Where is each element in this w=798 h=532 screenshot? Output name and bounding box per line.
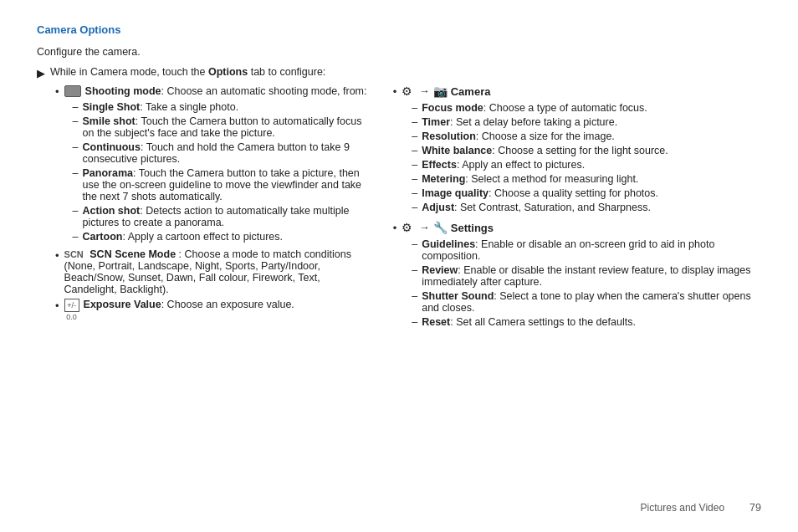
while-text: While in Camera mode, touch the Options …: [50, 66, 325, 78]
list-item: • Shooting mode : Choose an automatic sh…: [55, 84, 368, 245]
list-item: –Panorama: Touch the Camera button to ta…: [73, 167, 368, 202]
settings-camera-section: ⚙ → 📷 Camera –Focus mode: Choose a type …: [402, 84, 761, 216]
list-item: • ⚙ → 🔧 Settings –Guidelines: Enable or …: [393, 221, 761, 330]
settings-tool-icon: 🔧: [433, 221, 448, 234]
gear-icon-2: ⚙: [402, 221, 412, 234]
bullet-dot: •: [55, 85, 59, 98]
gear-icon: ⚙: [402, 84, 412, 98]
right-bullet-list: • ⚙ → 📷 Camera –Focus mode: Choose a typ…: [393, 84, 761, 330]
bullet-content: +/-0.0 Exposure Value: Choose an exposur…: [64, 299, 368, 312]
arrow-icon: →: [419, 85, 430, 97]
settings-camera-heading: ⚙ → 📷 Camera: [402, 84, 761, 98]
footer: Pictures and Video 79: [641, 502, 761, 514]
bullet-dot: •: [393, 85, 397, 98]
camera-sub-list: –Focus mode: Choose a type of automatic …: [412, 102, 761, 213]
left-bullet-list: • Shooting mode : Choose an automatic sh…: [55, 84, 368, 312]
main-content: • Shooting mode : Choose an automatic sh…: [37, 84, 761, 335]
list-item: –Review: Enable or disable the instant r…: [412, 264, 761, 288]
right-column: • ⚙ → 📷 Camera –Focus mode: Choose a typ…: [385, 84, 761, 335]
list-item: –Focus mode: Choose a type of automatic …: [412, 102, 761, 114]
bullet-content: Shooting mode : Choose an automatic shoo…: [64, 84, 368, 245]
list-item: –Reset: Set all Camera settings to the d…: [412, 316, 761, 328]
list-item: –Shutter Sound: Select a tone to play wh…: [412, 290, 761, 314]
settings-settings-heading: ⚙ → 🔧 Settings: [402, 221, 761, 234]
settings-settings-section: ⚙ → 🔧 Settings –Guidelines: Enable or di…: [402, 221, 761, 330]
left-column: • Shooting mode : Choose an automatic sh…: [37, 84, 385, 335]
shooting-mode-label: Shooting mode: [85, 85, 161, 97]
list-item: –Guidelines: Enable or disable an on-scr…: [412, 238, 761, 262]
list-item: –Single Shot: Take a single photo.: [73, 101, 368, 113]
settings-sub-list: –Guidelines: Enable or disable an on-scr…: [412, 238, 761, 328]
list-item: –Metering: Select a method for measuring…: [412, 173, 761, 185]
list-item: –Adjust: Set Contrast, Saturation, and S…: [412, 202, 761, 213]
bullet-dot: •: [393, 222, 397, 234]
list-item: –Cartoon: Apply a cartoon effect to pict…: [73, 231, 368, 243]
shooting-mode-icon: [64, 85, 81, 97]
list-item: –Effects: Apply an effect to pictures.: [412, 159, 761, 171]
camera-icon: 📷: [433, 84, 448, 98]
scn-icon: SCN: [64, 249, 84, 259]
camera-heading-label: Camera: [451, 85, 491, 98]
bullet-content: SCN SCN Scene Mode : Choose a mode to ma…: [64, 248, 368, 295]
list-item: –Image quality: Choose a quality setting…: [412, 187, 761, 199]
bullet-dot: •: [55, 299, 59, 312]
list-item: –Smile shot: Touch the Camera button to …: [73, 115, 368, 139]
list-item: –Resolution: Choose a size for the image…: [412, 130, 761, 142]
list-item: –Action shot: Detects action to automati…: [73, 205, 368, 228]
configure-text: Configure the camera.: [37, 46, 761, 58]
scn-label: SCN Scene Mode: [90, 248, 176, 260]
settings-heading-label: Settings: [451, 222, 494, 234]
arrow-icon-2: →: [419, 222, 430, 233]
footer-page-number: 79: [749, 502, 761, 514]
footer-text: Pictures and Video: [641, 502, 725, 514]
list-item: • ⚙ → 📷 Camera –Focus mode: Choose a typ…: [393, 84, 761, 216]
while-line: ▶ While in Camera mode, touch the Option…: [37, 66, 761, 79]
list-item: –White balance: Choose a setting for the…: [412, 145, 761, 156]
list-item: • SCN SCN Scene Mode : Choose a mode to …: [55, 248, 368, 295]
page-title: Camera Options: [37, 23, 761, 36]
list-item: –Continuous: Touch and hold the Camera b…: [73, 141, 368, 165]
shooting-mode-sub-list: –Single Shot: Take a single photo. –Smil…: [73, 101, 368, 243]
bullet-dot: •: [55, 249, 59, 262]
arrow-right-icon: ▶: [37, 67, 45, 79]
list-item: • +/-0.0 Exposure Value: Choose an expos…: [55, 299, 368, 312]
ev-icon: +/-0.0: [64, 299, 79, 312]
list-item: –Timer: Set a delay before taking a pict…: [412, 116, 761, 128]
